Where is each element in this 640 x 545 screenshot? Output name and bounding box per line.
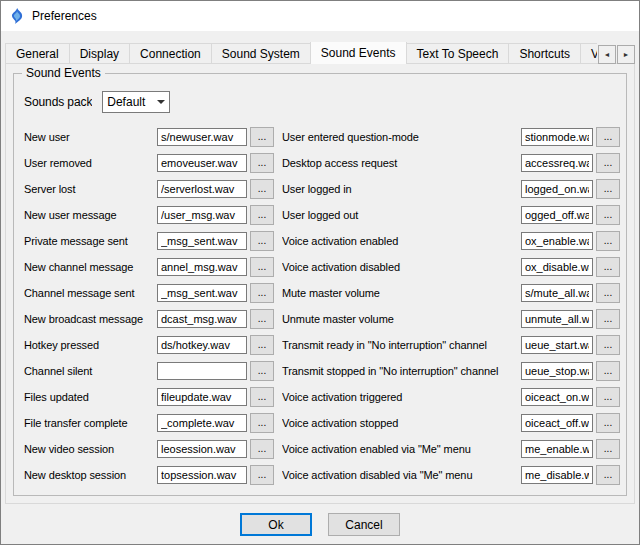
browse-button[interactable]: ...	[596, 231, 620, 251]
browse-button[interactable]: ...	[250, 361, 274, 381]
tab-sound-events[interactable]: Sound Events	[310, 42, 407, 64]
sound-file-input[interactable]	[521, 310, 593, 328]
sound-file-input[interactable]	[157, 284, 247, 302]
tab-display[interactable]: Display	[69, 43, 130, 64]
sound-file-input[interactable]	[521, 362, 593, 380]
sounds-pack-dropdown[interactable]: Default	[102, 91, 170, 113]
sound-file-input[interactable]	[157, 180, 247, 198]
browse-button[interactable]: ...	[596, 179, 620, 199]
browse-button[interactable]: ...	[250, 179, 274, 199]
sound-event-label: User logged out	[282, 209, 518, 221]
sound-file-input[interactable]	[521, 232, 593, 250]
sound-file-input[interactable]	[157, 232, 247, 250]
title-bar: Preferences	[1, 1, 639, 31]
sound-event-row: User removed...	[24, 150, 274, 176]
sound-file-input[interactable]	[157, 154, 247, 172]
sound-file-input[interactable]	[521, 154, 593, 172]
sound-file-input[interactable]	[521, 414, 593, 432]
sound-event-label: File transfer complete	[24, 417, 154, 429]
sound-event-label: New channel message	[24, 261, 154, 273]
sound-file-input[interactable]	[521, 336, 593, 354]
sound-file-input[interactable]	[157, 466, 247, 484]
tab-scroll-left-button[interactable]: ◄	[598, 45, 616, 64]
sound-event-row: Channel message sent...	[24, 280, 274, 306]
browse-button[interactable]: ...	[250, 465, 274, 485]
browse-button[interactable]: ...	[250, 257, 274, 277]
tab-text-to-speech[interactable]: Text To Speech	[406, 43, 510, 64]
sound-file-input[interactable]	[157, 336, 247, 354]
browse-button[interactable]: ...	[250, 413, 274, 433]
sound-event-row: Unmute master volume...	[282, 306, 620, 332]
browse-button[interactable]: ...	[596, 465, 620, 485]
sound-event-label: Voice activation disabled via "Me" menu	[282, 469, 518, 481]
sound-event-label: User removed	[24, 157, 154, 169]
sound-file-input[interactable]	[157, 206, 247, 224]
sound-file-input[interactable]	[521, 284, 593, 302]
sounds-pack-label: Sounds pack	[24, 95, 92, 109]
sound-file-input[interactable]	[157, 414, 247, 432]
browse-button[interactable]: ...	[596, 205, 620, 225]
sound-file-input[interactable]	[521, 180, 593, 198]
sound-file-input[interactable]	[157, 440, 247, 458]
sound-event-label: New video session	[24, 443, 154, 455]
sound-event-label: New broadcast message	[24, 313, 154, 325]
browse-button[interactable]: ...	[596, 439, 620, 459]
sound-file-input[interactable]	[157, 258, 247, 276]
sound-event-row: Desktop access request...	[282, 150, 620, 176]
sound-file-input[interactable]	[521, 388, 593, 406]
sound-event-label: New desktop session	[24, 469, 154, 481]
tab-scroll-right-button[interactable]: ►	[617, 45, 635, 64]
browse-button[interactable]: ...	[596, 309, 620, 329]
sound-event-label: Unmute master volume	[282, 313, 518, 325]
sound-file-input[interactable]	[521, 466, 593, 484]
sound-event-row: Channel silent...	[24, 358, 274, 384]
browse-button[interactable]: ...	[596, 283, 620, 303]
browse-button[interactable]: ...	[250, 153, 274, 173]
browse-button[interactable]: ...	[596, 335, 620, 355]
dialog-footer: Ok Cancel	[1, 513, 639, 536]
sound-event-label: Transmit stopped in "No interruption" ch…	[282, 365, 518, 377]
browse-button[interactable]: ...	[250, 387, 274, 407]
browse-button[interactable]: ...	[596, 127, 620, 147]
sound-file-input[interactable]	[521, 206, 593, 224]
browse-button[interactable]: ...	[250, 231, 274, 251]
browse-button[interactable]: ...	[596, 153, 620, 173]
browse-button[interactable]: ...	[250, 335, 274, 355]
tab-connection[interactable]: Connection	[129, 43, 212, 64]
sound-event-row: Files updated...	[24, 384, 274, 410]
browse-button[interactable]: ...	[250, 127, 274, 147]
sound-file-input[interactable]	[521, 440, 593, 458]
sound-file-input[interactable]	[157, 128, 247, 146]
sounds-pack-row: Sounds pack Default	[24, 91, 170, 113]
browse-button[interactable]: ...	[596, 361, 620, 381]
browse-button[interactable]: ...	[250, 309, 274, 329]
sound-event-label: Hotkey pressed	[24, 339, 154, 351]
sound-event-row: File transfer complete...	[24, 410, 274, 436]
browse-button[interactable]: ...	[250, 283, 274, 303]
sound-event-label: Private message sent	[24, 235, 154, 247]
browse-button[interactable]: ...	[596, 413, 620, 433]
sound-file-input[interactable]	[521, 258, 593, 276]
sound-event-label: User entered question-mode	[282, 131, 518, 143]
sound-event-label: New user	[24, 131, 154, 143]
sound-file-input[interactable]	[157, 310, 247, 328]
ok-button[interactable]: Ok	[240, 513, 312, 536]
browse-button[interactable]: ...	[250, 439, 274, 459]
browse-button[interactable]: ...	[596, 387, 620, 407]
sound-event-label: Server lost	[24, 183, 154, 195]
sound-event-label: Voice activation enabled	[282, 235, 518, 247]
sound-event-label: Desktop access request	[282, 157, 518, 169]
sound-event-label: Voice activation enabled via "Me" menu	[282, 443, 518, 455]
browse-button[interactable]: ...	[250, 205, 274, 225]
cancel-button[interactable]: Cancel	[328, 513, 400, 536]
tab-general[interactable]: General	[5, 43, 70, 64]
tab-shortcuts[interactable]: Shortcuts	[508, 43, 581, 64]
sound-event-label: Voice activation triggered	[282, 391, 518, 403]
tab-video[interactable]: Video	[580, 43, 597, 64]
sound-file-input[interactable]	[157, 388, 247, 406]
sound-file-input[interactable]	[521, 128, 593, 146]
browse-button[interactable]: ...	[596, 257, 620, 277]
tab-strip: GeneralDisplayConnectionSound SystemSoun…	[5, 42, 597, 64]
sound-file-input[interactable]	[157, 362, 247, 380]
tab-sound-system[interactable]: Sound System	[211, 43, 311, 64]
